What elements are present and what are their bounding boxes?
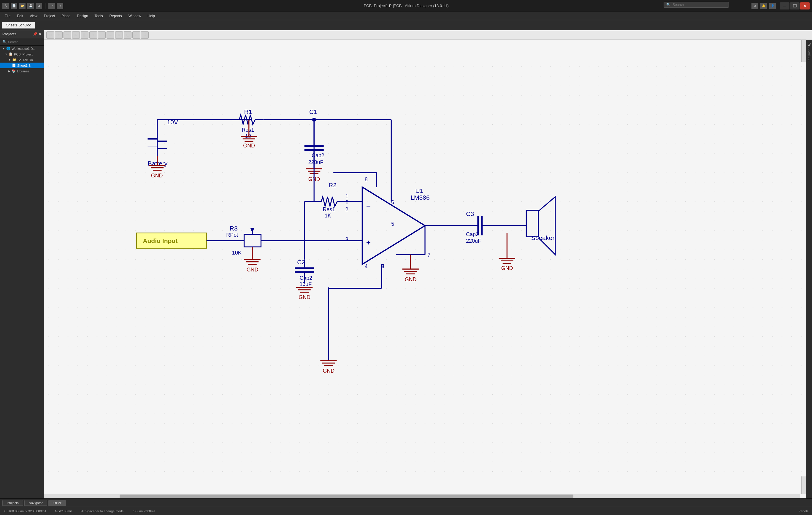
save-icon[interactable]: 💾 xyxy=(27,3,34,9)
doc-tabs-bar: Sheet1.SchDoc xyxy=(0,20,812,30)
minimize-button[interactable]: ─ xyxy=(780,2,789,9)
window-controls: ─ ❐ ✕ xyxy=(780,2,810,9)
svg-text:2: 2 xyxy=(345,199,348,205)
right-panel: Properties xyxy=(806,40,812,498)
undo-sch-btn[interactable]: ↺ xyxy=(141,31,149,38)
sidebar-search-box[interactable]: 🔍 xyxy=(0,38,44,46)
sidebar-item-label: Workspace1.D... xyxy=(11,47,36,51)
doc-tab-sheet1[interactable]: Sheet1.SchDoc xyxy=(2,22,35,28)
user-icon[interactable]: 👤 xyxy=(769,3,776,9)
svg-text:8: 8 xyxy=(365,177,368,182)
close-button[interactable]: ✕ xyxy=(800,2,810,9)
menu-item-view[interactable]: View xyxy=(27,13,40,19)
title-bar: A 📄 📂 💾 🗂 ↩ ↪ PCB_Project1.PrjPCB - Alti… xyxy=(0,0,812,12)
tab-navigator[interactable]: Navigator xyxy=(24,500,47,506)
schematic-icon: 📄 xyxy=(12,63,16,67)
schematic-canvas[interactable]: 10V Battery GND xyxy=(44,40,806,498)
menu-item-design[interactable]: Design xyxy=(74,13,91,19)
svg-text:10K: 10K xyxy=(232,250,241,256)
undo-icon[interactable]: ↩ xyxy=(48,3,55,9)
menu-item-project[interactable]: Project xyxy=(41,13,58,19)
tab-editor[interactable]: Editor xyxy=(48,500,66,506)
sidebar-pin-icon[interactable]: 📌 xyxy=(33,32,37,36)
sidebar-item-label: Libraries xyxy=(17,69,29,73)
status-coords: X:5100.000mil Y:3200.000mil xyxy=(4,509,46,513)
workspace-collapse-icon: ▼ xyxy=(2,47,5,50)
menu-item-file[interactable]: File xyxy=(2,13,13,19)
menu-item-tools[interactable]: Tools xyxy=(92,13,106,19)
circle-btn[interactable]: ● xyxy=(115,31,123,38)
svg-text:3: 3 xyxy=(345,237,348,242)
notification-icon[interactable]: 🔔 xyxy=(760,3,767,9)
svg-text:220uF: 220uF xyxy=(466,238,481,244)
svg-text:5: 5 xyxy=(391,221,394,227)
power-btn[interactable]: ⏻ xyxy=(124,31,132,38)
star-btn[interactable]: ✦ xyxy=(89,31,97,38)
svg-text:10uF: 10uF xyxy=(299,281,312,287)
app-icon: A xyxy=(2,3,9,9)
svg-text:GND: GND xyxy=(298,294,311,300)
menu-bar: FileEditViewProjectPlaceDesignToolsRepor… xyxy=(0,12,812,20)
sidebar-search-input[interactable] xyxy=(8,40,41,43)
sidebar-item-libraries[interactable]: ▶ 📚 Libraries xyxy=(0,68,44,74)
list-btn[interactable]: ≡ xyxy=(107,31,114,38)
status-panels[interactable]: Panels xyxy=(799,509,808,513)
tab-projects[interactable]: Projects xyxy=(2,500,23,506)
svg-rect-2 xyxy=(44,62,806,477)
menu-item-reports[interactable]: Reports xyxy=(107,13,125,19)
add-btn[interactable]: ✚ xyxy=(55,31,63,38)
rect-btn[interactable]: ▭ xyxy=(63,31,71,38)
bar-btn[interactable]: ▊ xyxy=(81,31,88,38)
project-collapse-icon: ▼ xyxy=(5,53,7,56)
folder-icon: 📁 xyxy=(12,58,16,62)
svg-text:Audio Input: Audio Input xyxy=(143,237,177,244)
svg-text:+: + xyxy=(366,238,371,247)
restore-button[interactable]: ❐ xyxy=(790,2,800,9)
sidebar-item-pcb-project[interactable]: ▼ 📋 PCB_Project xyxy=(0,51,44,57)
svg-text:1: 1 xyxy=(345,193,348,199)
status-delta: dX:0mil dY:0mil xyxy=(133,509,155,513)
sidebar-item-source-doc[interactable]: ▼ 📁 Source Do... xyxy=(0,57,44,63)
top-search-box[interactable]: 🔍 xyxy=(664,2,729,8)
title-bar-left: A 📄 📂 💾 🗂 ↩ ↪ xyxy=(2,3,63,9)
open-icon[interactable]: 📂 xyxy=(19,3,26,9)
sidebar-item-sheet1[interactable]: 📄 Sheet1.S... xyxy=(0,63,44,68)
settings-icon[interactable]: ⚙ xyxy=(751,3,758,9)
sidebar-item-workspace[interactable]: ▼ 🌐 Workspace1.D... xyxy=(0,46,44,51)
text-btn[interactable]: A xyxy=(133,31,140,38)
svg-text:−: − xyxy=(366,202,371,211)
new-icon[interactable]: 📄 xyxy=(11,3,17,9)
svg-text:4: 4 xyxy=(365,264,368,269)
menu-item-place[interactable]: Place xyxy=(58,13,73,19)
menu-item-help[interactable]: Help xyxy=(145,13,158,19)
top-search-input[interactable] xyxy=(672,3,726,7)
bottom-tabs: Projects Navigator Editor xyxy=(0,498,812,507)
properties-label[interactable]: Properties xyxy=(808,43,811,61)
menu-item-window[interactable]: Window xyxy=(125,13,144,19)
search-icon: 🔍 xyxy=(666,3,671,7)
filter-btn[interactable]: ⊞ xyxy=(46,31,54,38)
sidebar-title: Projects xyxy=(2,32,16,36)
status-bar: X:5100.000mil Y:3200.000mil Grid:100mil … xyxy=(0,507,812,515)
svg-text:GND: GND xyxy=(405,276,417,282)
status-hint: Hit Spacebar to change mode xyxy=(81,509,124,513)
workspace-icon: 🌐 xyxy=(6,47,10,51)
sidebar-item-label: Sheet1.S... xyxy=(17,64,33,67)
svg-text:GND: GND xyxy=(323,368,335,374)
schematic-diagram: 10V Battery GND xyxy=(44,40,806,498)
svg-text:Speaker: Speaker xyxy=(531,234,555,241)
save-all-icon[interactable]: 🗂 xyxy=(36,3,42,9)
svg-text:220uF: 220uF xyxy=(308,159,323,165)
redo-icon[interactable]: ↪ xyxy=(57,3,63,9)
sidebar-search-icon: 🔍 xyxy=(2,40,7,44)
svg-text:R2: R2 xyxy=(328,182,337,188)
sidebar: Projects 📌 ✕ 🔍 ▼ 🌐 Workspace1.D... ▼ 📋 P… xyxy=(0,30,44,498)
menu-item-edit[interactable]: Edit xyxy=(14,13,26,19)
play-btn[interactable]: ▶ xyxy=(72,31,80,38)
svg-text:C3: C3 xyxy=(466,210,474,217)
status-grid: Grid:100mil xyxy=(55,509,71,513)
sidebar-close-icon[interactable]: ✕ xyxy=(38,32,41,36)
down-btn[interactable]: ↓ xyxy=(98,31,106,38)
svg-text:Cap2: Cap2 xyxy=(312,152,324,158)
svg-text:1K: 1K xyxy=(325,213,331,219)
